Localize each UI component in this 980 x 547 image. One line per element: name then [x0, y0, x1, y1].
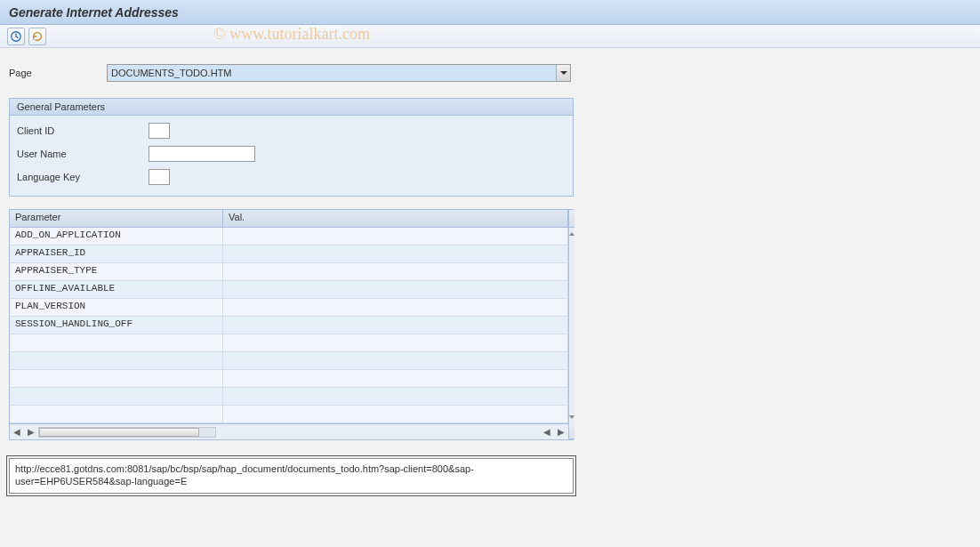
page-label: Page [9, 68, 107, 78]
general-parameters-header: General Parameters [10, 99, 573, 116]
title-bar: Generate Internet Addresses [0, 0, 980, 25]
content-area: Page General Parameters Client ID User N… [0, 48, 980, 503]
vertical-scrollbar[interactable] [568, 210, 574, 439]
page-select[interactable] [107, 64, 571, 82]
scroll-thumb[interactable] [39, 428, 199, 437]
grid-corner [569, 210, 574, 228]
table-row[interactable]: OFFLINE_AVAILABLE [10, 281, 568, 299]
client-id-label: Client ID [17, 125, 149, 136]
refresh-icon [31, 30, 44, 43]
table-row[interactable] [10, 352, 568, 370]
scroll-left-icon[interactable]: ◀ [10, 427, 24, 437]
watermark: © www.tutorialkart.com [213, 25, 370, 44]
scroll-left-icon[interactable]: ▶ [24, 427, 38, 437]
table-row[interactable] [10, 388, 568, 406]
scroll-left-icon[interactable]: ◀ [540, 427, 554, 437]
table-row[interactable] [10, 334, 568, 352]
table-row[interactable]: APPRAISER_ID [10, 245, 568, 263]
grid-header: Parameter Val. [10, 210, 568, 228]
url-output[interactable]: http://ecce81.gotdns.com:8081/sap/bc/bsp… [9, 458, 574, 494]
refresh-button[interactable] [28, 28, 46, 45]
table-row[interactable] [10, 370, 568, 388]
grid-header-parameter[interactable]: Parameter [10, 210, 223, 227]
language-key-label: Language Key [17, 172, 149, 182]
scroll-up-icon[interactable] [569, 232, 574, 236]
parameter-grid: Parameter Val. ADD_ON_APPLICATION APPRAI… [9, 209, 574, 440]
grid-body: ADD_ON_APPLICATION APPRAISER_ID APPRAISE… [10, 228, 568, 423]
scroll-down-icon[interactable] [569, 415, 574, 419]
general-parameters-group: General Parameters Client ID User Name L… [9, 98, 574, 197]
execute-button[interactable] [7, 28, 25, 45]
grid-header-val[interactable]: Val. [223, 210, 568, 227]
horizontal-scrollbar[interactable]: ◀ ▶ ◀ ▶ [10, 423, 568, 439]
language-key-input[interactable] [149, 169, 170, 185]
table-row[interactable]: ADD_ON_APPLICATION [10, 228, 568, 245]
toolbar: © www.tutorialkart.com [0, 25, 980, 48]
user-name-label: User Name [17, 149, 149, 159]
client-id-input[interactable] [149, 123, 170, 139]
page-title: Generate Internet Addresses [9, 5, 179, 20]
table-row[interactable]: SESSION_HANDLING_OFF [10, 317, 568, 334]
scroll-track[interactable] [38, 427, 216, 438]
clock-icon [10, 30, 22, 43]
table-row[interactable] [10, 406, 568, 423]
page-row: Page [9, 64, 971, 82]
table-row[interactable]: APPRAISER_TYPE [10, 263, 568, 281]
table-row[interactable]: PLAN_VERSION [10, 299, 568, 317]
scroll-right-icon[interactable]: ▶ [554, 427, 568, 437]
grid-corner [569, 423, 574, 439]
user-name-input[interactable] [149, 146, 255, 162]
